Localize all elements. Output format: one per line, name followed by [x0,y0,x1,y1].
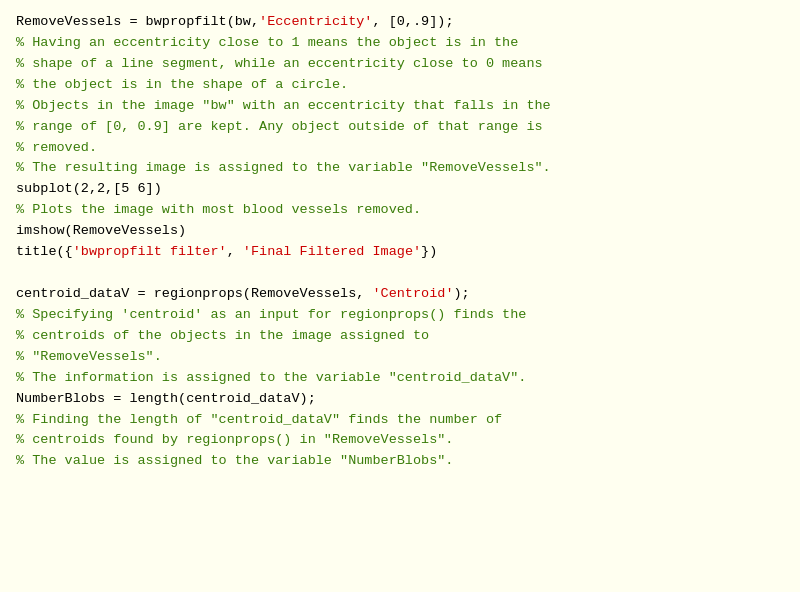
code-text: NumberBlobs = length(centroid_dataV); [16,391,316,406]
code-line-19: NumberBlobs = length(centroid_dataV); [16,389,784,410]
code-text: title({ [16,244,73,259]
code-comment: % The resulting image is assigned to the… [16,160,551,175]
code-line-14: centroid_dataV = regionprops(RemoveVesse… [16,284,784,305]
code-line-21: % centroids found by regionprops() in "R… [16,430,784,451]
code-line-6: % range of [0, 0.9] are kept. Any object… [16,117,784,138]
code-editor: RemoveVessels = bwpropfilt(bw,'Eccentric… [0,0,800,592]
code-line-22: % The value is assigned to the variable … [16,451,784,472]
code-comment: % Finding the length of "centroid_dataV"… [16,412,502,427]
code-string: 'Eccentricity' [259,14,372,29]
code-text: subplot(2,2,[5 6]) [16,181,162,196]
code-line-20: % Finding the length of "centroid_dataV"… [16,410,784,431]
code-comment: % The value is assigned to the variable … [16,453,453,468]
code-line-8: % The resulting image is assigned to the… [16,158,784,179]
code-line-10: % Plots the image with most blood vessel… [16,200,784,221]
code-line-17: % "RemoveVessels". [16,347,784,368]
code-line-1: RemoveVessels = bwpropfilt(bw,'Eccentric… [16,12,784,33]
code-line-11: imshow(RemoveVessels) [16,221,784,242]
code-comment: % the object is in the shape of a circle… [16,77,348,92]
code-string: 'Final Filtered Image' [243,244,421,259]
code-line-13 [16,263,784,284]
code-string: 'Centroid' [372,286,453,301]
code-line-18: % The information is assigned to the var… [16,368,784,389]
code-comment: % Having an eccentricity close to 1 mean… [16,35,518,50]
code-line-15: % Specifying 'centroid' as an input for … [16,305,784,326]
code-line-4: % the object is in the shape of a circle… [16,75,784,96]
code-line-3: % shape of a line segment, while an ecce… [16,54,784,75]
code-text: imshow(RemoveVessels) [16,223,186,238]
code-comment: % range of [0, 0.9] are kept. Any object… [16,119,543,134]
code-line-16: % centroids of the objects in the image … [16,326,784,347]
code-comment: % Objects in the image "bw" with an ecce… [16,98,551,113]
code-comment: % Plots the image with most blood vessel… [16,202,421,217]
code-comment: % removed. [16,140,97,155]
code-line-2: % Having an eccentricity close to 1 mean… [16,33,784,54]
code-line-9: subplot(2,2,[5 6]) [16,179,784,200]
code-comment: % Specifying 'centroid' as an input for … [16,307,526,322]
code-line-12: title({'bwpropfilt filter', 'Final Filte… [16,242,784,263]
code-comment: % The information is assigned to the var… [16,370,526,385]
code-line-5: % Objects in the image "bw" with an ecce… [16,96,784,117]
code-text: centroid_dataV = regionprops(RemoveVesse… [16,286,372,301]
code-comment: % centroids found by regionprops() in "R… [16,432,453,447]
code-text: , [0,.9]); [372,14,453,29]
code-text: ); [453,286,469,301]
code-text: }) [421,244,437,259]
code-text: RemoveVessels = bwpropfilt(bw, [16,14,259,29]
code-comment: % shape of a line segment, while an ecce… [16,56,543,71]
code-comment: % "RemoveVessels". [16,349,162,364]
code-string: 'bwpropfilt filter' [73,244,227,259]
code-text: , [227,244,243,259]
code-line-7: % removed. [16,138,784,159]
code-comment: % centroids of the objects in the image … [16,328,429,343]
